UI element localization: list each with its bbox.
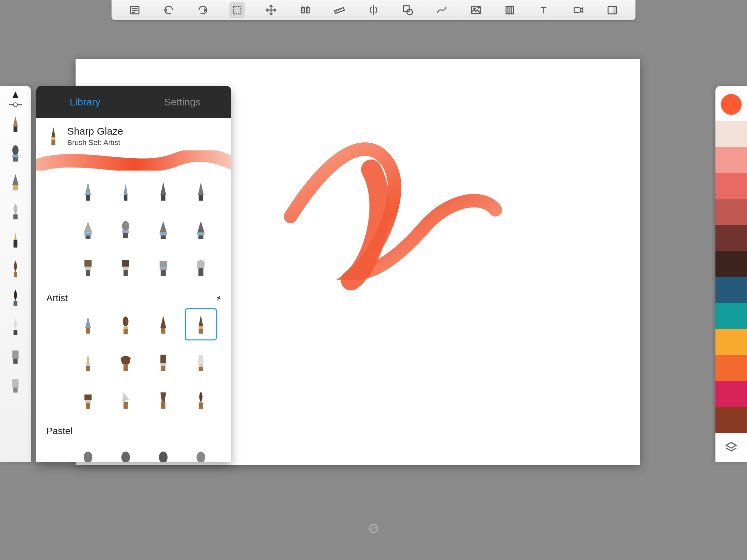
strip-brush-6[interactable]: [5, 257, 26, 281]
brush-cell[interactable]: [222, 308, 231, 341]
strip-brush-10[interactable]: [5, 373, 26, 396]
svg-rect-35: [14, 272, 17, 277]
brush-cell[interactable]: [72, 441, 104, 462]
brush-cell[interactable]: [185, 213, 217, 245]
curve-tool-icon[interactable]: [434, 2, 449, 18]
color-swatch[interactable]: [716, 381, 747, 407]
brush-cell[interactable]: [185, 346, 217, 378]
brush-cell[interactable]: [185, 383, 217, 416]
undo-icon[interactable]: [161, 2, 176, 18]
color-swatch[interactable]: [716, 173, 747, 199]
svg-rect-62: [122, 260, 129, 267]
strip-brush-8[interactable]: [5, 315, 26, 339]
perspective-tool-icon[interactable]: [502, 2, 518, 18]
svg-rect-65: [159, 261, 166, 267]
record-tool-icon[interactable]: [571, 2, 586, 18]
svg-point-51: [122, 221, 129, 231]
brush-slider-icon[interactable]: [8, 102, 23, 107]
brush-cell[interactable]: [72, 346, 104, 378]
brush-cell[interactable]: [72, 250, 104, 283]
redo-icon[interactable]: [195, 2, 211, 18]
svg-rect-4: [233, 6, 241, 14]
symmetry-tool-icon[interactable]: [366, 2, 381, 18]
shape-tool-icon[interactable]: [400, 2, 415, 18]
svg-point-96: [121, 452, 130, 462]
brush-cell[interactable]: [222, 441, 231, 462]
import-image-icon[interactable]: [468, 2, 484, 18]
brush-cell[interactable]: [109, 213, 142, 245]
svg-point-15: [473, 8, 475, 9]
sync-icon[interactable]: [368, 523, 379, 534]
list-icon[interactable]: [127, 2, 143, 18]
tab-settings[interactable]: Settings: [134, 96, 231, 108]
library-scroll[interactable]: Artist Pas: [36, 170, 231, 462]
color-swatch[interactable]: [716, 199, 747, 225]
color-swatch[interactable]: [716, 121, 747, 147]
brush-cell[interactable]: [109, 250, 142, 283]
ruler-tool-icon[interactable]: [332, 2, 347, 18]
color-swatch[interactable]: [716, 251, 747, 277]
color-swatch[interactable]: [716, 329, 747, 355]
svg-point-95: [84, 452, 93, 462]
brush-cell[interactable]: [72, 213, 104, 245]
brush-cell[interactable]: [147, 308, 179, 341]
brush-size-icon[interactable]: [10, 91, 21, 100]
tab-library[interactable]: Library: [36, 96, 134, 108]
strip-brush-3[interactable]: [5, 170, 26, 194]
strip-brush-9[interactable]: [5, 344, 26, 367]
brush-cell[interactable]: [147, 250, 179, 283]
strip-brush-1[interactable]: [5, 113, 26, 136]
svg-rect-47: [199, 195, 203, 201]
brush-cell[interactable]: [109, 308, 142, 341]
fullscreen-icon[interactable]: [604, 2, 620, 18]
brush-cell[interactable]: [147, 175, 179, 208]
brush-cell-selected[interactable]: [185, 308, 217, 341]
move-tool-icon[interactable]: [263, 2, 279, 18]
strip-brush-5[interactable]: [5, 228, 26, 252]
brush-header: Sharp Glaze Brush Set: Artist: [36, 118, 231, 151]
color-swatch[interactable]: [716, 355, 747, 381]
brush-cell[interactable]: [109, 441, 142, 462]
svg-point-29: [12, 145, 19, 156]
layers-icon[interactable]: [716, 433, 747, 462]
color-swatch[interactable]: [716, 407, 747, 433]
svg-rect-66: [159, 267, 166, 270]
color-swatch[interactable]: [716, 303, 747, 329]
svg-rect-92: [199, 403, 203, 409]
brush-cell[interactable]: [72, 308, 104, 341]
svg-rect-55: [161, 235, 166, 239]
brush-cell[interactable]: [222, 346, 231, 378]
brush-cell[interactable]: [147, 383, 179, 416]
brush-cell[interactable]: [109, 383, 142, 416]
brush-cell[interactable]: [109, 346, 142, 378]
brush-cell[interactable]: [147, 213, 179, 245]
brush-cell[interactable]: [185, 250, 217, 283]
svg-rect-84: [199, 367, 203, 371]
brush-cell[interactable]: [222, 383, 231, 416]
color-swatch[interactable]: [716, 225, 747, 251]
svg-rect-53: [123, 233, 128, 238]
color-swatch[interactable]: [716, 147, 747, 173]
strip-brush-4[interactable]: [5, 199, 26, 223]
svg-rect-67: [161, 270, 166, 276]
flip-tool-icon[interactable]: [298, 2, 313, 18]
brush-cell[interactable]: [185, 441, 217, 462]
svg-rect-57: [199, 235, 204, 239]
current-color[interactable]: [721, 94, 742, 115]
brush-cell[interactable]: [222, 175, 231, 208]
brush-cell[interactable]: [147, 441, 179, 462]
strip-brush-7[interactable]: [5, 286, 26, 310]
pin-icon[interactable]: [214, 293, 224, 303]
text-tool-icon[interactable]: T: [536, 2, 552, 18]
brush-cell[interactable]: [72, 383, 104, 416]
svg-rect-12: [404, 6, 409, 11]
brush-cell[interactable]: [72, 175, 104, 208]
color-swatch[interactable]: [716, 277, 747, 303]
svg-line-9: [338, 9, 339, 11]
select-tool-icon[interactable]: [229, 2, 245, 18]
strip-brush-2[interactable]: [5, 142, 26, 165]
brush-cell[interactable]: [147, 346, 179, 378]
brush-cell[interactable]: [185, 175, 217, 208]
brush-cell[interactable]: [109, 175, 142, 208]
brush-cell[interactable]: [222, 213, 231, 245]
